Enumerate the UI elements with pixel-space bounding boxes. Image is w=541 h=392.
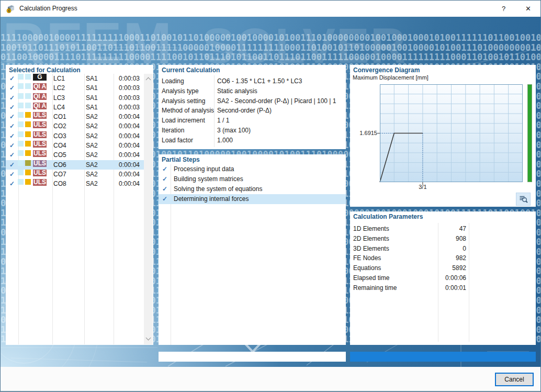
step-label: Building system matrices: [174, 174, 243, 184]
parameter-label: 3D Elements: [353, 244, 389, 254]
partial-steps-list: ✓ Processing input data ✓ Building syste…: [159, 164, 346, 204]
calculation-row[interactable]: ✓ QI A LC4 SA1 0:00:03: [6, 103, 144, 112]
list-scrollbar[interactable]: [144, 74, 153, 344]
calculation-row[interactable]: ✓ G LC1 SA1 0:00:03: [6, 74, 144, 83]
parameter-row: FE Nodes 982: [350, 253, 536, 263]
info-label: Analysis type: [162, 86, 199, 96]
help-button[interactable]: ?: [491, 1, 516, 17]
info-row: Iteration 3 (max 100): [159, 126, 346, 136]
calculation-row[interactable]: ✓ ULS CO4 SA2 0:00:04: [6, 141, 144, 150]
info-label: Load increment: [162, 116, 205, 126]
category-color-swatch: [25, 121, 31, 127]
info-value: 3 (max 100): [217, 126, 251, 136]
calculation-row[interactable]: ✓ ULS CO8 SA2 0:00:04: [6, 179, 144, 188]
panel-title: Selected for Calculation: [9, 66, 81, 74]
check-icon: ✓: [6, 74, 18, 83]
parameter-row: Remaining time 0:00:01: [350, 283, 536, 293]
overall-progress-bar: [350, 352, 536, 362]
case-time: 0:00:03: [108, 93, 140, 103]
analysis-setting: SA2: [86, 131, 98, 141]
parameter-value: 982: [412, 253, 466, 263]
category-color-swatch: [25, 83, 31, 89]
category-color-swatch: [25, 179, 31, 185]
diagram-details-button[interactable]: [516, 193, 531, 206]
category-color-swatch: [18, 112, 24, 118]
load-category-badge: ULS: [33, 179, 47, 186]
calculation-row[interactable]: ✓ QI A LC3 SA1 0:00:03: [6, 93, 144, 103]
analysis-setting: SA1: [86, 103, 98, 112]
panel-title: Partial Steps: [162, 156, 200, 163]
info-label: Load factor: [162, 136, 193, 145]
info-row: Method of analysis Second-order (P-Δ): [159, 106, 346, 116]
case-name: LC4: [53, 103, 65, 112]
info-value: CO6 - 1.35 * LC1 + 1.50 * LC3: [217, 76, 302, 86]
parameter-label: 2D Elements: [353, 234, 389, 244]
calculation-row[interactable]: ✓ ULS CO5 SA2 0:00:04: [6, 150, 144, 160]
analysis-setting: SA1: [86, 93, 98, 103]
load-category-badge: ULS: [33, 160, 47, 167]
parameter-value: 0:00:01: [412, 283, 466, 293]
case-time: 0:00:04: [108, 131, 140, 141]
calculation-row[interactable]: ✓ ULS CO1 SA2 0:00:04: [6, 112, 144, 121]
check-icon: ✓: [6, 83, 18, 93]
analysis-setting: SA2: [86, 170, 98, 179]
step-label: Solving the system of equations: [174, 184, 262, 194]
analysis-setting: SA2: [86, 179, 98, 188]
info-label: Method of analysis: [162, 106, 214, 116]
parameter-row: 1D Elements 47: [350, 224, 536, 234]
panel-title: Current Calculation: [162, 66, 220, 74]
case-time: 0:00:04: [108, 179, 140, 188]
load-category-badge: QI A: [33, 103, 47, 109]
scroll-down-icon[interactable]: [144, 334, 153, 343]
case-name: CO4: [53, 141, 66, 150]
parameter-value: 908: [412, 234, 466, 244]
calculation-row[interactable]: ✓ ULS CO3 SA2 0:00:04: [6, 131, 144, 141]
calculation-row[interactable]: ✓ ULS CO7 SA2 0:00:04: [6, 170, 144, 179]
category-color-swatch: [25, 141, 31, 147]
x-tick-label: 3/1: [416, 184, 430, 190]
category-color-swatch: [18, 170, 24, 175]
category-color-swatch: [18, 103, 24, 108]
analysis-setting: SA1: [86, 83, 98, 93]
info-value: 1.000: [217, 136, 233, 145]
scroll-up-icon[interactable]: [144, 75, 153, 84]
case-name: LC1: [53, 74, 65, 83]
cancel-button[interactable]: Cancel: [495, 373, 534, 386]
check-icon: ✓: [6, 121, 18, 131]
category-color-swatch: [25, 150, 31, 156]
analysis-setting: SA2: [86, 112, 98, 121]
parameter-label: Remaining time: [353, 283, 397, 293]
case-name: CO8: [53, 179, 66, 188]
case-time: 0:00:04: [108, 160, 140, 170]
case-name: CO3: [53, 131, 66, 141]
category-color-swatch: [18, 150, 24, 156]
case-time: 0:00:04: [108, 150, 140, 160]
check-icon: ✓: [162, 174, 167, 184]
case-name: CO2: [53, 121, 66, 131]
load-category-badge: QI A: [33, 93, 47, 100]
load-category-badge: QI A: [33, 83, 47, 90]
case-time: 0:00:03: [108, 83, 140, 93]
current-calculation-panel: Current Calculation Loading CO6 - 1.35 *…: [159, 65, 346, 149]
check-icon: ✓: [162, 194, 167, 204]
check-icon: ✓: [6, 112, 18, 121]
parameter-value: 0:00:06: [412, 273, 466, 283]
calculation-row[interactable]: ✓ QI A LC2 SA1 0:00:03: [6, 83, 144, 93]
load-category-badge: ULS: [33, 121, 47, 128]
check-icon: ✓: [162, 184, 167, 194]
calculation-row[interactable]: ✓ ULS CO2 SA2 0:00:04: [6, 121, 144, 131]
parameter-value: 0: [412, 244, 466, 254]
case-time: 0:00:04: [108, 170, 140, 179]
current-calculation-rows: Loading CO6 - 1.35 * LC1 + 1.50 * LC3 An…: [159, 76, 346, 145]
close-icon[interactable]: ✕: [516, 1, 540, 17]
case-name: CO7: [53, 170, 66, 179]
calculation-parameters-panel: Calculation Parameters 1D Elements 47 2D…: [350, 211, 536, 345]
case-name: CO1: [53, 112, 66, 121]
case-time: 0:00:04: [108, 112, 140, 121]
parameter-label: 1D Elements: [353, 224, 389, 234]
parameter-row: Elapsed time 0:00:06: [350, 273, 536, 283]
calculation-row[interactable]: ✓ ULS CO6 SA2 0:00:04: [6, 160, 144, 170]
parameter-row: 2D Elements 908: [350, 234, 536, 244]
parameter-row: 3D Elements 0: [350, 244, 536, 254]
convergence-diagram-panel: Convergence Diagram Maximum Displacement…: [350, 65, 536, 207]
